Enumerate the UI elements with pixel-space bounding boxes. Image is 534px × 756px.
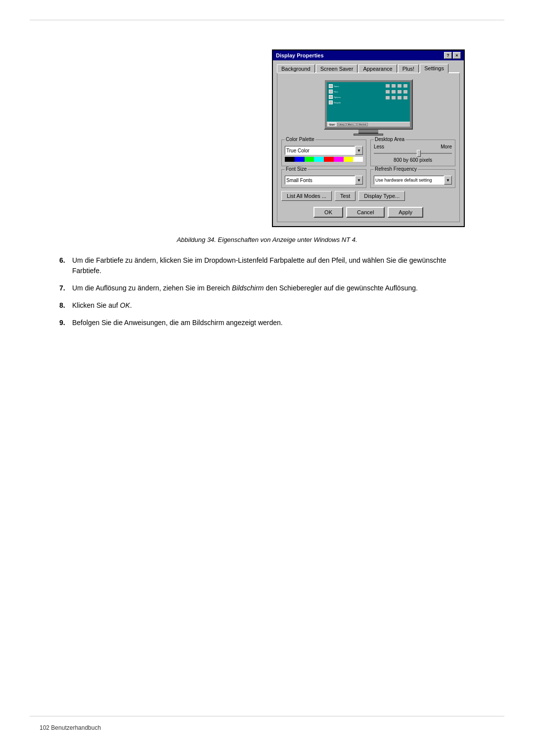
desktop-area-range-labels: Less More <box>374 144 452 149</box>
refresh-select[interactable]: Use hardware default setting <box>374 176 444 185</box>
item-number-8: 8. <box>59 300 69 311</box>
monitor-preview: Name Files <box>281 79 455 136</box>
page-border-bottom <box>30 716 504 716</box>
icon-img-4 <box>329 100 333 104</box>
bottom-buttons-row: List All Modes ... Test Display Type... <box>281 191 455 201</box>
icon-img-1 <box>329 84 333 88</box>
ok-cancel-row: OK Cancel Apply <box>281 205 455 218</box>
more-label: More <box>441 144 452 149</box>
item-number-7: 7. <box>59 283 69 293</box>
color-palette-select[interactable]: True Color <box>285 146 355 155</box>
taskbar-items: Library Macro... Sherlock <box>337 123 409 126</box>
color-palette-group: Color Palette True Color ▼ <box>281 140 366 166</box>
body-text: 6. Um die Farbtiefe zu ändern, klicken S… <box>40 255 494 335</box>
figure-caption: Abbildung 34. Eigenschaften von Anzeige … <box>40 236 494 243</box>
list-all-modes-button[interactable]: List All Modes ... <box>281 191 332 201</box>
color-seg-5 <box>324 157 334 162</box>
dialog-wrapper: Display Properties ? × Background Screen… <box>40 49 494 227</box>
item-text-9: Befolgen Sie die Anweisungen, die am Bil… <box>72 318 475 328</box>
font-size-select-wrapper: Small Fonts ▼ <box>285 176 363 185</box>
desktop-taskbar: Start Library Macro... Sherlock <box>327 122 410 127</box>
item-text-7: Um die Auflösung zu ändern, ziehen Sie i… <box>72 283 475 293</box>
color-seg-8 <box>353 157 363 162</box>
grid-icon-7 <box>397 90 402 95</box>
tab-background[interactable]: Background <box>277 64 315 73</box>
slider-track[interactable] <box>374 150 452 156</box>
item-7-before: Um die Auflösung zu ändern, ziehen Sie i… <box>72 284 232 292</box>
resolution-text: 800 by 600 pixels <box>374 157 452 163</box>
desktop-icon-3: Options <box>329 95 341 99</box>
dialog-titlebar: Display Properties ? × <box>273 50 464 60</box>
color-palette-select-wrapper: True Color ▼ <box>285 146 363 155</box>
item-8-before: Klicken Sie auf <box>72 301 120 309</box>
font-size-select[interactable]: Small Fonts <box>285 176 355 185</box>
settings-row-2: Font Size Small Fonts ▼ Refresh Frequenc… <box>281 169 455 188</box>
tab-screensaver[interactable]: Screen Saver <box>316 64 358 73</box>
display-type-button[interactable]: Display Type... <box>358 191 405 201</box>
refresh-select-wrapper: Use hardware default setting ▼ <box>374 176 452 185</box>
apply-button[interactable]: Apply <box>388 207 423 218</box>
color-seg-4 <box>314 157 324 162</box>
list-item-8: 8. Klicken Sie auf OK. <box>59 300 475 311</box>
icon-img-2 <box>329 90 333 94</box>
taskbar-item-2: Macro... <box>347 123 356 126</box>
dialog-title: Display Properties <box>276 52 324 58</box>
monitor-screen: Name Files <box>327 82 410 127</box>
grid-icon-9 <box>385 96 390 101</box>
slider-thumb[interactable] <box>417 150 421 157</box>
page-footer: 102 Benutzerhandbuch <box>40 724 101 731</box>
item-8-after: . <box>130 301 132 309</box>
font-size-arrow[interactable]: ▼ <box>355 176 363 185</box>
monitor-base <box>354 134 383 136</box>
list-item-9: 9. Befolgen Sie die Anweisungen, die am … <box>59 318 475 328</box>
item-number-6: 6. <box>59 255 69 276</box>
test-button[interactable]: Test <box>335 191 356 201</box>
monitor-screen-inner: Name Files <box>327 82 410 127</box>
close-button[interactable]: × <box>453 52 461 59</box>
item-number-9: 9. <box>59 318 69 328</box>
monitor-container: Name Files <box>324 79 413 136</box>
tab-settings[interactable]: Settings <box>420 64 448 73</box>
grid-icon-8 <box>403 90 408 95</box>
refresh-arrow[interactable]: ▼ <box>444 176 452 185</box>
color-seg-6 <box>334 157 344 162</box>
font-size-group: Font Size Small Fonts ▼ <box>281 169 366 188</box>
help-button[interactable]: ? <box>444 52 452 59</box>
settings-row-1: Color Palette True Color ▼ <box>281 140 455 166</box>
color-seg-1 <box>285 157 295 162</box>
display-properties-dialog[interactable]: Display Properties ? × Background Screen… <box>272 49 465 227</box>
desktop-area-group: Desktop Area Less More 800 by 600 pixels <box>370 140 455 166</box>
monitor-outer: Name Files <box>324 79 413 130</box>
desktop-grid <box>385 84 408 101</box>
grid-icon-6 <box>391 90 396 95</box>
grid-icon-10 <box>391 96 396 101</box>
less-label: Less <box>374 144 384 149</box>
ok-button[interactable]: OK <box>313 207 343 218</box>
tab-panel: Name Files <box>277 72 460 222</box>
color-strip <box>285 157 363 162</box>
taskbar-item-3: Sherlock <box>357 123 368 126</box>
item-8-italic: OK <box>120 301 130 309</box>
desktop-area-label: Desktop Area <box>374 137 405 142</box>
list-item-6: 6. Um die Farbtiefe zu ändern, klicken S… <box>59 255 475 276</box>
desktop-icon-2: Files <box>329 90 341 94</box>
item-text-8: Klicken Sie auf OK. <box>72 300 475 311</box>
grid-icon-11 <box>397 96 402 101</box>
grid-icon-4 <box>403 84 408 89</box>
tab-plus[interactable]: Plus! <box>398 64 419 73</box>
taskbar-start: Start <box>328 123 336 126</box>
dialog-tabs: Background Screen Saver Appearance Plus!… <box>277 63 460 73</box>
dialog-content: Background Screen Saver Appearance Plus!… <box>273 60 464 226</box>
font-size-label: Font Size <box>285 166 308 172</box>
monitor-stand <box>358 130 378 134</box>
slider-line <box>374 153 452 154</box>
color-seg-2 <box>295 157 305 162</box>
color-palette-arrow[interactable]: ▼ <box>355 146 363 155</box>
tab-appearance[interactable]: Appearance <box>358 64 397 73</box>
grid-icon-12 <box>403 96 408 101</box>
page-border-top <box>30 20 504 20</box>
grid-icon-1 <box>385 84 390 89</box>
desktop-icons-left: Name Files <box>329 84 341 104</box>
item-7-after: den Schieberegler auf die gewünschte Auf… <box>264 284 418 292</box>
cancel-button[interactable]: Cancel <box>346 207 385 218</box>
